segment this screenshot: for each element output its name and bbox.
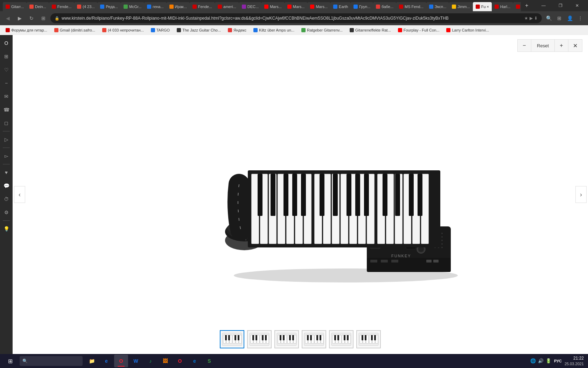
sidebar-icon-opera-logo[interactable]: O: [1, 38, 12, 48]
zoom-out-button[interactable]: −: [517, 39, 531, 52]
tab-5[interactable]: Реда...: [97, 2, 120, 11]
tab-6[interactable]: McGr...: [121, 2, 144, 11]
prev-image-button[interactable]: ‹: [14, 186, 25, 203]
tab-23[interactable]: Guita...: [513, 2, 521, 11]
tab-3[interactable]: Fende...: [49, 2, 74, 11]
sidebar-icon-messenger[interactable]: ✉: [1, 91, 12, 102]
user-icon[interactable]: 👤: [565, 13, 575, 23]
taskbar-app-opera[interactable]: O: [114, 355, 128, 367]
sidebar-icon-bookmarks[interactable]: ♡: [1, 64, 12, 75]
search-icon[interactable]: 🔍: [544, 13, 554, 23]
back-button[interactable]: ◀: [3, 13, 13, 23]
sidebar-icon-videos[interactable]: ▷: [1, 134, 12, 145]
sidebar-icon-history2[interactable]: ⏱: [1, 194, 12, 204]
taskbar-app-edge[interactable]: e: [188, 355, 202, 367]
bookmark-0[interactable]: Форумы для гитар...: [3, 26, 50, 34]
settings-icon[interactable]: ⋮: [575, 13, 585, 23]
thumbnail-3[interactable]: [274, 330, 299, 348]
sidebar-icon-news[interactable]: ▻: [1, 151, 12, 161]
sidebar-icon-history[interactable]: −: [1, 78, 12, 88]
next-image-button[interactable]: ›: [575, 186, 587, 203]
thumbnail-2[interactable]: [247, 330, 272, 348]
tab-14[interactable]: Mars...: [307, 2, 330, 11]
tab-22[interactable]: Harl...: [492, 2, 513, 11]
tab-2[interactable]: Dein...: [27, 2, 49, 11]
language-indicator[interactable]: РУС: [554, 359, 562, 363]
svg-rect-103: [284, 335, 287, 343]
bookmark-label: Fourplay - Full Con...: [404, 28, 440, 32]
tab-12[interactable]: Mars...: [261, 2, 285, 11]
tab-1[interactable]: Gitarr...: [3, 2, 27, 11]
taskbar-app-app2[interactable]: S: [202, 355, 216, 367]
bookmark-1[interactable]: Gmail (dimitri.safro...: [51, 26, 98, 34]
bookmark-9[interactable]: Fourplay - Full Con...: [395, 26, 442, 34]
taskbar-app-word[interactable]: W: [129, 355, 143, 367]
tab-21[interactable]: Fu ×: [473, 2, 492, 11]
taskbar-app-music[interactable]: ♪: [144, 355, 158, 367]
tab-19[interactable]: Эксп...: [426, 2, 449, 11]
bookmark-3[interactable]: TARGO: [148, 26, 173, 34]
tab-7[interactable]: гена...: [144, 2, 166, 11]
sidebar-icon-speed-dial[interactable]: ⊞: [1, 51, 12, 62]
svg-rect-108: [283, 335, 285, 340]
svg-rect-107: [280, 335, 281, 340]
close-button[interactable]: ✕: [569, 0, 585, 11]
zoom-reset-button[interactable]: Reset: [531, 39, 554, 52]
svg-rect-117: [321, 335, 323, 343]
sidebar-icon-tips[interactable]: 💡: [1, 224, 12, 234]
svg-rect-109: [289, 335, 291, 340]
svg-rect-98: [262, 335, 264, 340]
new-tab-button[interactable]: +: [522, 1, 531, 10]
thumbnail-6[interactable]: [356, 330, 381, 348]
tab-13[interactable]: Mars...: [285, 2, 308, 11]
reload-button[interactable]: ↻: [27, 13, 36, 23]
svg-rect-33: [391, 260, 398, 263]
sidebar-icon-instagram[interactable]: ◻: [1, 118, 12, 128]
bookmark-4[interactable]: The Jazz Guitar Cho...: [174, 26, 224, 34]
system-clock[interactable]: 21:22 25.03.2021: [565, 356, 584, 366]
taskbar-app-file-explorer[interactable]: 📁: [85, 355, 99, 367]
sidebar-icon-favorites[interactable]: ♥: [1, 167, 12, 178]
taskbar-search[interactable]: 🔍: [20, 356, 83, 366]
thumbnail-1[interactable]: [220, 330, 244, 348]
bookmark-label: Яндекс: [233, 28, 246, 32]
sidebar-icon-whatsapp[interactable]: ☎: [1, 104, 12, 115]
tab-8[interactable]: Ирак...: [167, 2, 190, 11]
network-icon[interactable]: 🌐: [530, 358, 536, 363]
tab-16[interactable]: Груп...: [351, 2, 373, 11]
taskbar-app-photos[interactable]: 🖼: [158, 355, 172, 367]
thumbnail-5[interactable]: [329, 330, 354, 348]
bookmark-5[interactable]: Яндекс: [225, 26, 249, 34]
home-button[interactable]: ⊞: [38, 13, 48, 23]
tab-10[interactable]: ameri...: [215, 2, 239, 11]
taskbar-app-browser-edge[interactable]: e: [99, 355, 113, 367]
thumbnail-4[interactable]: [302, 330, 326, 348]
close-viewer-button[interactable]: ✕: [568, 39, 582, 52]
taskbar-app-opera2[interactable]: O: [173, 355, 187, 367]
svg-rect-76: [409, 174, 414, 216]
tab-15[interactable]: Earth: [330, 2, 351, 11]
bookmark-6[interactable]: Kiltz über Amps un...: [251, 26, 297, 34]
tab-4[interactable]: (4 23...: [74, 2, 97, 11]
address-bar[interactable]: 🔒 www.kirstein.de/Rollpiano/Funkey-RP-88…: [50, 13, 542, 23]
tab-bar: Gitarr...Dein...Fende...(4 23...Реда...M…: [3, 0, 521, 11]
start-button[interactable]: ⊞: [1, 355, 19, 367]
tab-9[interactable]: Fende...: [190, 2, 215, 11]
bookmark-8[interactable]: Gitarreneffekte Rat...: [347, 26, 394, 34]
forward-button[interactable]: ▶: [15, 13, 24, 23]
bookmark-2[interactable]: (4 033 непрочитан...: [99, 26, 147, 34]
tab-17[interactable]: бабе...: [373, 2, 396, 11]
sidebar-icon-chat[interactable]: 💬: [1, 180, 12, 191]
minimize-button[interactable]: —: [536, 0, 552, 11]
bookmark-7[interactable]: Ratgeber Gitarrenv...: [299, 26, 345, 34]
zoom-in-button[interactable]: +: [554, 39, 568, 52]
tab-11[interactable]: DEC...: [239, 2, 261, 11]
tab-20[interactable]: Jimm...: [449, 2, 472, 11]
bookmark-10[interactable]: Larry Carlton Intervi...: [443, 26, 492, 34]
maximize-button[interactable]: ❐: [552, 0, 568, 11]
sidebar-icon-settings[interactable]: ⚙: [1, 207, 12, 218]
extensions-icon[interactable]: ⊞: [554, 13, 564, 23]
tab-18[interactable]: MS Fend...: [396, 2, 426, 11]
bookmark-label: Форумы для гитар...: [11, 28, 47, 32]
volume-icon[interactable]: 🔊: [538, 358, 544, 363]
